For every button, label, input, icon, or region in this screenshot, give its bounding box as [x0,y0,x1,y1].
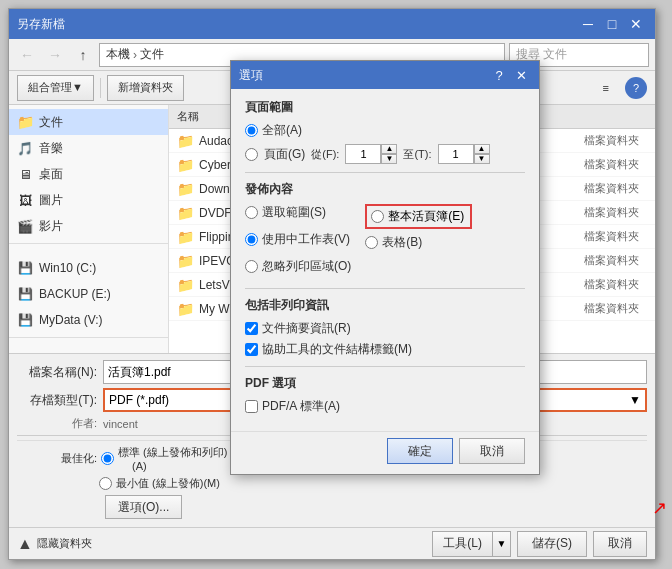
sidebar-item-desktop[interactable]: 🖥 桌面 [9,161,168,187]
tools-dropdown-arrow[interactable]: ▼ [493,531,511,557]
doc-struct-checkbox[interactable] [245,343,258,356]
minimum-radio-label: 最小值 (線上發佈)(M) [116,476,220,491]
select-area-radio[interactable] [245,206,258,219]
standard-radio[interactable] [101,452,114,465]
drive-icon2: 💾 [17,286,33,302]
file-folder-icon: 📁 [177,301,193,317]
from-input[interactable] [345,144,381,164]
options-dialog: 選項 ? ✕ 頁面範圍 全部(A) 頁面(G) 從(F): ▲ ▼ 至(T): [230,60,540,475]
to-spin-up[interactable]: ▲ [474,144,490,154]
back-button[interactable]: ← [15,43,39,67]
table-radio[interactable] [365,236,378,249]
close-button[interactable]: ✕ [625,13,647,35]
sidebar: 📁 文件 🎵 音樂 🖥 桌面 🖼 圖片 🎬 影片 💾 Wi [9,105,169,353]
sidebar-item-winc[interactable]: 💾 Win10 (C:) [9,255,168,281]
dialog-titlebar: 另存新檔 ─ □ ✕ [9,9,655,39]
from-spin-down[interactable]: ▼ [381,154,397,164]
to-label: 至(T): [403,147,431,162]
cancel-button[interactable]: 取消 [593,531,647,557]
publish-section-label: 發佈內容 [245,181,525,198]
save-button[interactable]: 儲存(S) [517,531,587,557]
ignore-print-radio[interactable] [245,260,258,273]
options-ok-button[interactable]: 確定 [387,438,453,464]
options-help-button[interactable]: ? [489,65,509,85]
sidebar-item-label: 文件 [39,114,63,131]
file-type: 檔案資料夾 [547,157,647,172]
active-sheet-radio[interactable] [245,233,258,246]
help-button[interactable]: ? [625,77,647,99]
tools-btn-container: 工具(L) ▼ [432,531,511,557]
tools-button[interactable]: 工具(L) [432,531,493,557]
folder-icon: 📁 [17,114,33,130]
new-folder-button[interactable]: 新增資料夾 [107,75,184,101]
to-spin-down[interactable]: ▼ [474,154,490,164]
all-pages-label: 全部(A) [262,122,302,139]
doc-properties-row: 文件摘要資訊(R) [245,320,525,337]
from-spin-up[interactable]: ▲ [381,144,397,154]
red-arrow-icon: ↗ [652,497,667,519]
section-divider3 [245,366,525,367]
file-folder-icon: 📁 [177,277,193,293]
from-field: ▲ ▼ [345,144,397,164]
sidebar-item-videos[interactable]: 🎬 影片 [9,213,168,239]
standard-radio-label: 標準 (線上發佈和列印)(A) [118,445,227,472]
author-label: 作者: [17,416,97,431]
non-print-section-label: 包括非列印資訊 [245,297,525,314]
up-button[interactable]: ↑ [71,43,95,67]
picture-icon: 🖼 [17,192,33,208]
pdf-section-label: PDF 選項 [245,375,525,392]
to-spinners: ▲ ▼ [474,144,490,164]
active-sheet-row: 使用中工作表(V) [245,231,351,248]
bottom-left: ▲ 隱藏資料夾 [17,535,92,553]
file-folder-icon: 📁 [177,229,193,245]
page-range-row: 頁面(G) 從(F): ▲ ▼ 至(T): ▲ ▼ [245,144,525,164]
doc-properties-label: 文件摘要資訊(R) [262,320,351,337]
file-type: 檔案資料夾 [547,133,647,148]
file-type: 檔案資料夾 [547,229,647,244]
sidebar-item-music[interactable]: 🎵 音樂 [9,135,168,161]
sidebar-item-documents[interactable]: 📁 文件 [9,109,168,135]
minimize-button[interactable]: ─ [577,13,599,35]
file-type: 檔案資料夾 [547,181,647,196]
options-button[interactable]: 選項(O)... [105,495,182,519]
sidebar-item-label: 音樂 [39,140,63,157]
page-range-label: 頁面(G) [264,146,305,163]
sidebar-item-label: MyData (V:) [39,313,103,327]
filetype-label: 存檔類型(T): [17,392,97,409]
organize-button[interactable]: 組合管理▼ [17,75,94,101]
forward-button[interactable]: → [43,43,67,67]
entire-workbook-radio[interactable] [371,210,384,223]
options-cancel-button[interactable]: 取消 [459,438,525,464]
doc-struct-label: 協助工具的文件結構標籤(M) [262,341,412,358]
sidebar-item-mydata[interactable]: 💾 MyData (V:) [9,307,168,333]
options-close-button[interactable]: ✕ [511,65,531,85]
from-spinners: ▲ ▼ [381,144,397,164]
options-btn-container: 選項(O)... ↗ [105,495,647,519]
hidden-folders-label: 隱藏資料夾 [37,536,92,551]
pdf-a-label: PDF/A 標準(A) [262,398,340,415]
options-title: 選項 [239,67,489,84]
to-field: ▲ ▼ [438,144,490,164]
all-pages-row: 全部(A) [245,122,525,139]
to-input[interactable] [438,144,474,164]
minimum-radio[interactable] [99,477,112,490]
file-type: 檔案資料夾 [547,205,647,220]
entire-workbook-highlighted: 整本活頁簿(E) [365,204,472,229]
file-folder-icon: 📁 [177,157,193,173]
page-range-radio[interactable] [245,148,258,161]
desktop-icon: 🖥 [17,166,33,182]
pdf-a-checkbox[interactable] [245,400,258,413]
dialog-bottom-bar: ▲ 隱藏資料夾 工具(L) ▼ 儲存(S) 取消 [9,527,655,559]
breadcrumb-current: 文件 [140,46,164,63]
titlebar-buttons: ─ □ ✕ [577,13,647,35]
doc-properties-checkbox[interactable] [245,322,258,335]
sidebar-item-backup[interactable]: 💾 BACKUP (E:) [9,281,168,307]
optimize-label: 最佳化: [17,451,97,466]
from-label: 從(F): [311,147,339,162]
view-button[interactable]: ≡ [593,75,619,101]
sidebar-item-label: 影片 [39,218,63,235]
all-pages-radio[interactable] [245,124,258,137]
entire-workbook-label: 整本活頁簿(E) [388,208,464,225]
maximize-button[interactable]: □ [601,13,623,35]
sidebar-item-pictures[interactable]: 🖼 圖片 [9,187,168,213]
